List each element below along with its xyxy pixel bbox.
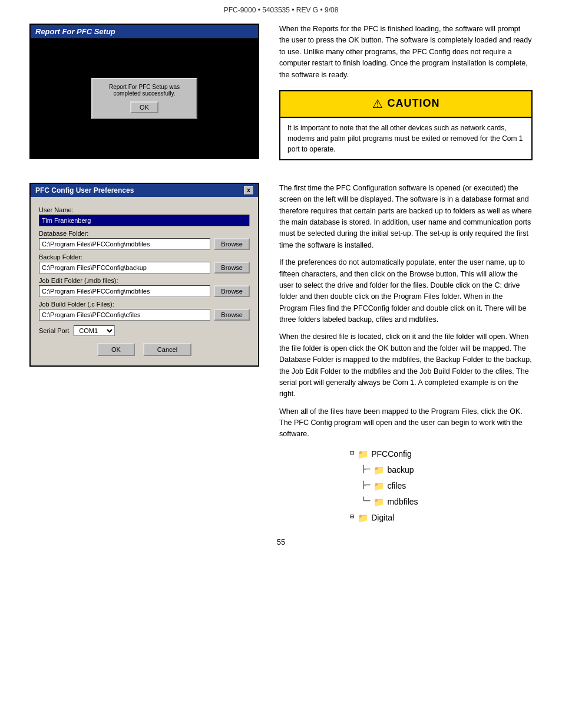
folder-icon-digital: 📁 (358, 510, 369, 526)
job-build-folder-row: Browse (39, 309, 250, 321)
tree-item-pfcconfig: ⊟ 📁 PFCConfig (350, 446, 533, 462)
file-tree: ⊟ 📁 PFCConfig ├─ 📁 backup ├─ 📁 cfiles └─… (350, 446, 533, 526)
report-screenshot: Report For PFC Setup Report For PFC Setu… (29, 24, 259, 159)
db-folder-row: Browse (39, 238, 250, 250)
prefs-ok-button[interactable]: OK (97, 343, 135, 356)
job-edit-folder-browse-button[interactable]: Browse (214, 285, 250, 297)
user-name-label: User Name: (39, 206, 250, 213)
db-folder-label: Database Folder: (39, 230, 250, 237)
report-ok-button[interactable]: OK (130, 101, 158, 113)
tree-item-backup: ├─ 📁 backup (362, 462, 533, 478)
prefs-title-bar: PFC Config User Preferences x (31, 184, 258, 197)
folder-icon-mdbfiles: 📁 (373, 494, 385, 510)
right-column-2: The first time the PFC Configuration sof… (279, 183, 533, 526)
prefs-title: PFC Config User Preferences (35, 186, 134, 195)
caution-box: ⚠ CAUTION It is important to note that t… (279, 90, 533, 160)
folder-icon-pfcconfig: 📁 (358, 446, 369, 462)
right-text-2c: When the desired file is located, click … (279, 331, 533, 400)
tree-label-cfiles: cfiles (387, 479, 406, 493)
report-body: Report For PFC Setup was completed succe… (31, 38, 258, 158)
backup-folder-label: Backup Folder: (39, 253, 250, 261)
caution-body: It is important to note that the all oth… (280, 118, 531, 159)
header-text: PFC-9000 • 5403535 • REV G • 9/08 (224, 6, 339, 14)
report-title: Report For PFC Setup (35, 27, 115, 36)
serial-port-row: Serial Port COM1 COM2 COM3 COM4 (39, 325, 250, 336)
right-column-1: When the Reports for the PFC is finished… (279, 24, 533, 166)
folder-icon-backup: 📁 (373, 462, 385, 478)
report-title-bar: Report For PFC Setup (31, 25, 258, 38)
folder-icon-cfiles: 📁 (373, 478, 385, 494)
prefs-cancel-button[interactable]: Cancel (143, 343, 191, 356)
tree-connector-cfiles: ├─ (362, 479, 370, 492)
db-folder-browse-button[interactable]: Browse (214, 238, 250, 250)
page-number: 55 (29, 538, 533, 546)
job-edit-folder-label: Job Edit Folder (.mdb files): (39, 277, 250, 284)
tree-label-backup: backup (387, 463, 414, 477)
prefs-close-button[interactable]: x (244, 186, 253, 195)
job-build-folder-input[interactable] (39, 309, 210, 321)
report-dialog: Report For PFC Setup was completed succe… (91, 78, 197, 119)
tree-item-digital: ⊟ 📁 Digital (350, 510, 533, 526)
warning-icon: ⚠ (372, 95, 383, 113)
serial-port-label: Serial Port (39, 327, 69, 334)
job-edit-folder-input[interactable] (39, 285, 210, 297)
prefs-body: User Name: Database Folder: Browse Backu… (31, 197, 258, 365)
backup-folder-browse-button[interactable]: Browse (214, 262, 250, 274)
right-text-2b: If the preferences do not automatically … (279, 257, 533, 325)
db-folder-input[interactable] (39, 238, 210, 250)
tree-connector-digital: ⊟ (350, 511, 354, 524)
prefs-dialog: PFC Config User Preferences x User Name:… (29, 183, 259, 367)
job-edit-folder-row: Browse (39, 285, 250, 297)
tree-connector-mdbfiles: └─ (362, 495, 370, 508)
tree-label-pfcconfig: PFCConfig (371, 447, 411, 462)
tree-connector-backup: ├─ (362, 463, 370, 476)
right-text-2d: When all of the files have been mapped t… (279, 406, 533, 440)
right-text-1: When the Reports for the PFC is finished… (279, 24, 533, 81)
tree-connector-pfcconfig: ⊟ (350, 447, 354, 460)
job-build-folder-label: Job Build Folder (.c Files): (39, 301, 250, 308)
tree-item-mdbfiles: └─ 📁 mdbfiles (362, 494, 533, 510)
prefs-footer: OK Cancel (39, 343, 250, 360)
user-name-input[interactable] (39, 215, 250, 226)
tree-label-mdbfiles: mdbfiles (387, 495, 418, 509)
tree-item-cfiles: ├─ 📁 cfiles (362, 478, 533, 494)
page-header: PFC-9000 • 5403535 • REV G • 9/08 (0, 0, 562, 18)
tree-label-digital: Digital (371, 510, 394, 525)
job-build-folder-browse-button[interactable]: Browse (214, 309, 250, 321)
backup-folder-row: Browse (39, 262, 250, 274)
caution-title: CAUTION (388, 95, 440, 112)
serial-port-select[interactable]: COM1 COM2 COM3 COM4 (74, 325, 115, 336)
backup-folder-input[interactable] (39, 262, 210, 274)
report-dialog-text: Report For PFC Setup was completed succe… (100, 84, 189, 97)
right-text-2a: The first time the PFC Configuration sof… (279, 183, 533, 251)
caution-header: ⚠ CAUTION (280, 91, 531, 118)
